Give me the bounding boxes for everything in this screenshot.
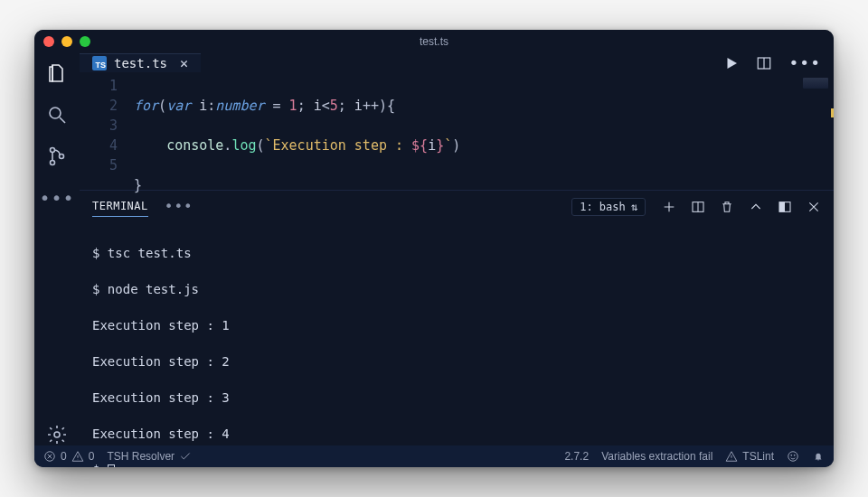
- code-line: }: [134, 175, 834, 195]
- activity-bar: •••: [34, 53, 80, 445]
- line-number: 5: [80, 155, 118, 175]
- overview-ruler-marker: [831, 108, 834, 117]
- status-error-count: 0: [61, 450, 67, 463]
- source-control-icon[interactable]: [46, 145, 68, 167]
- split-editor-icon[interactable]: [756, 55, 772, 71]
- editor-more-actions-icon[interactable]: •••: [788, 53, 821, 72]
- search-icon[interactable]: [46, 104, 68, 126]
- code-editor[interactable]: 1 2 3 4 5 for(var i:number = 1; i<5; i++…: [80, 72, 834, 190]
- panel-area: TERMINAL ••• 1: bash ⇅: [80, 190, 834, 467]
- code-line: for(var i:number = 1; i<5; i++){: [134, 96, 834, 116]
- line-number: 3: [80, 116, 118, 136]
- svg-point-0: [50, 108, 61, 118]
- terminal-line: Execution step : 2: [92, 352, 821, 370]
- line-number-gutter: 1 2 3 4 5: [80, 76, 134, 190]
- line-number: 4: [80, 136, 118, 155]
- minimap[interactable]: [803, 78, 828, 89]
- editor-tab-test-ts[interactable]: TS test.ts ✕: [80, 53, 201, 72]
- more-views-icon[interactable]: •••: [46, 187, 68, 209]
- svg-point-1: [51, 148, 55, 153]
- terminal-line: $ tsc test.ts: [92, 244, 821, 262]
- terminal-line: Execution step : 1: [92, 316, 821, 334]
- titlebar: test.ts: [34, 30, 834, 53]
- editor-tab-row: TS test.ts ✕ •••: [80, 53, 834, 72]
- vscode-window: test.ts •••: [34, 30, 834, 467]
- editor-tab-label: test.ts: [114, 56, 167, 70]
- line-number: 1: [80, 76, 118, 96]
- terminal-prompt-line: $: [92, 461, 821, 467]
- error-icon: [43, 450, 56, 463]
- line-number: 2: [80, 96, 118, 116]
- terminal[interactable]: $ tsc test.ts $ node test.js Execution s…: [80, 222, 834, 467]
- main-area: ••• TS test.ts ✕: [34, 53, 834, 445]
- content-column: TS test.ts ✕ •••: [80, 53, 834, 445]
- window-title: test.ts: [34, 35, 834, 48]
- code-lines: for(var i:number = 1; i<5; i++){ console…: [134, 76, 834, 190]
- terminal-line: $ node test.js: [92, 280, 821, 298]
- svg-point-2: [51, 161, 55, 165]
- svg-point-4: [54, 432, 60, 437]
- svg-point-3: [60, 155, 64, 159]
- code-line: console.log(`Execution step : ${i}`): [134, 136, 834, 155]
- settings-gear-icon[interactable]: [46, 424, 68, 445]
- explorer-icon[interactable]: [46, 62, 68, 84]
- tab-close-icon[interactable]: ✕: [180, 55, 188, 71]
- run-icon[interactable]: [723, 55, 740, 71]
- terminal-line: Execution step : 3: [92, 389, 821, 407]
- editor-title-actions: •••: [723, 53, 834, 72]
- terminal-cursor: [108, 464, 115, 467]
- typescript-badge-icon: TS: [92, 56, 107, 70]
- terminal-line: Execution step : 4: [92, 425, 821, 443]
